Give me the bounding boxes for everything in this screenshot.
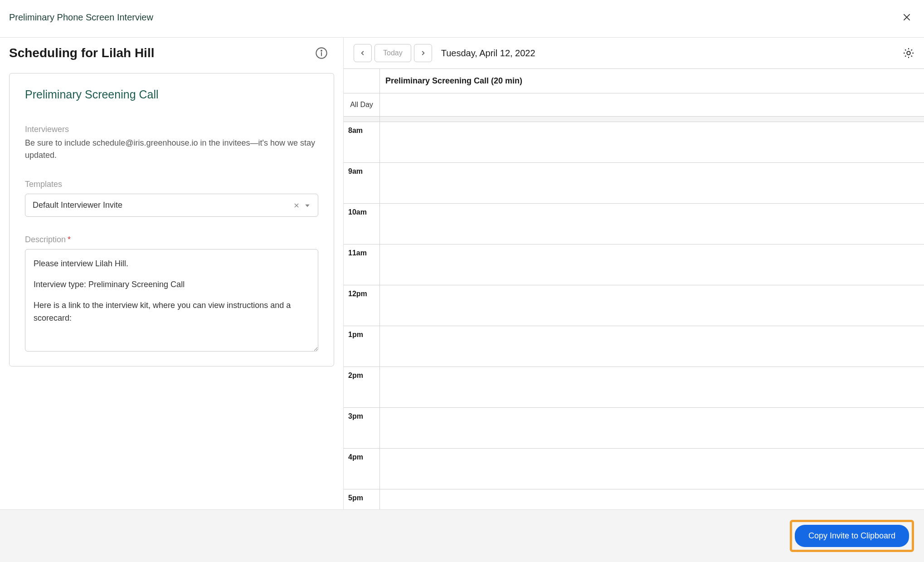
- hour-label: 5pm: [344, 489, 380, 509]
- hour-label: 4pm: [344, 449, 380, 489]
- description-line: Please interview Lilah Hill.: [34, 258, 310, 270]
- next-day-button[interactable]: [414, 44, 432, 62]
- main-content: Scheduling for Lilah Hill Preliminary Sc…: [0, 38, 924, 509]
- interview-card: Preliminary Screening Call Interviewers …: [9, 73, 334, 367]
- hour-slot[interactable]: [380, 163, 924, 203]
- hour-label: 9am: [344, 163, 380, 203]
- all-day-row: All Day: [344, 93, 924, 117]
- hour-row: 3pm: [344, 408, 924, 449]
- hour-row: 8am: [344, 122, 924, 163]
- svg-point-1: [321, 50, 322, 51]
- interviewers-label: Interviewers: [25, 125, 318, 134]
- template-selected-value: Default Interviewer Invite: [33, 200, 289, 210]
- allday-spacer: [344, 117, 924, 122]
- hour-row: 12pm: [344, 285, 924, 326]
- hour-label: 1pm: [344, 326, 380, 367]
- hour-row: 9am: [344, 163, 924, 204]
- info-button[interactable]: [315, 47, 334, 59]
- hour-slot[interactable]: [380, 326, 924, 367]
- x-icon: [293, 202, 300, 209]
- modal-footer: Copy Invite to Clipboard: [0, 509, 924, 562]
- modal-title: Preliminary Phone Screen Interview: [9, 12, 153, 23]
- calendar-grid: Preliminary Screening Call (20 min) All …: [344, 68, 924, 509]
- template-dropdown-toggle[interactable]: [304, 202, 311, 209]
- template-select[interactable]: Default Interviewer Invite: [25, 194, 318, 217]
- hours-scroll[interactable]: 8am 9am 10am 11am 12pm 1pm 2pm 3pm 4pm 5…: [344, 122, 924, 509]
- hour-label: 11am: [344, 244, 380, 285]
- hour-slot[interactable]: [380, 408, 924, 448]
- hour-slot[interactable]: [380, 122, 924, 162]
- all-day-label: All Day: [344, 93, 380, 116]
- hour-label: 10am: [344, 204, 380, 244]
- copy-invite-button[interactable]: Copy Invite to Clipboard: [795, 525, 909, 547]
- modal-header: Preliminary Phone Screen Interview: [0, 0, 924, 38]
- hour-slot[interactable]: [380, 285, 924, 326]
- card-title: Preliminary Screening Call: [25, 88, 318, 101]
- hour-row: 1pm: [344, 326, 924, 367]
- hour-slot[interactable]: [380, 367, 924, 407]
- date-display: Tuesday, April 12, 2022: [441, 48, 902, 59]
- hour-label: 8am: [344, 122, 380, 162]
- hour-row: 2pm: [344, 367, 924, 408]
- hour-row: 4pm: [344, 449, 924, 489]
- hour-row: 11am: [344, 244, 924, 285]
- calendar-column-header: Preliminary Screening Call (20 min): [344, 69, 924, 93]
- hour-label: 3pm: [344, 408, 380, 448]
- required-indicator: *: [68, 235, 71, 244]
- description-label-text: Description: [25, 235, 66, 244]
- gear-icon: [902, 47, 915, 59]
- hour-slot[interactable]: [380, 244, 924, 285]
- info-icon: [315, 47, 328, 59]
- all-day-slot[interactable]: [380, 93, 924, 116]
- calendar-panel: Today Tuesday, April 12, 2022 Preliminar…: [344, 38, 924, 509]
- description-textarea[interactable]: Please interview Lilah Hill. Interview t…: [25, 249, 318, 352]
- caret-down-icon: [304, 202, 311, 209]
- hour-label: 12pm: [344, 285, 380, 326]
- scheduling-title: Scheduling for Lilah Hill: [9, 46, 154, 60]
- svg-point-2: [907, 51, 910, 54]
- hour-slot[interactable]: [380, 489, 924, 509]
- hour-slot[interactable]: [380, 204, 924, 244]
- hour-row: 10am: [344, 204, 924, 244]
- copy-invite-highlight: Copy Invite to Clipboard: [790, 520, 914, 552]
- templates-label: Templates: [25, 180, 318, 189]
- close-icon: [902, 13, 911, 22]
- settings-button[interactable]: [902, 47, 915, 59]
- description-label: Description*: [25, 235, 318, 244]
- close-button[interactable]: [899, 9, 915, 25]
- left-panel: Scheduling for Lilah Hill Preliminary Sc…: [0, 38, 344, 509]
- chevron-left-icon: [360, 50, 366, 56]
- today-button[interactable]: Today: [374, 44, 411, 62]
- description-line: Here is a link to the interview kit, whe…: [34, 299, 310, 325]
- scheduling-header: Scheduling for Lilah Hill: [9, 46, 334, 60]
- interviewers-helper: Be sure to include schedule@iris.greenho…: [25, 137, 318, 161]
- time-column-header: [344, 69, 380, 93]
- hour-row: 5pm: [344, 489, 924, 509]
- calendar-column-title: Preliminary Screening Call (20 min): [380, 69, 924, 93]
- hour-slot[interactable]: [380, 449, 924, 489]
- calendar-toolbar: Today Tuesday, April 12, 2022: [344, 38, 924, 68]
- hour-label: 2pm: [344, 367, 380, 407]
- template-clear-button[interactable]: [293, 202, 300, 209]
- chevron-right-icon: [420, 50, 426, 56]
- prev-day-button[interactable]: [354, 44, 372, 62]
- description-line: Interview type: Preliminary Screening Ca…: [34, 279, 310, 291]
